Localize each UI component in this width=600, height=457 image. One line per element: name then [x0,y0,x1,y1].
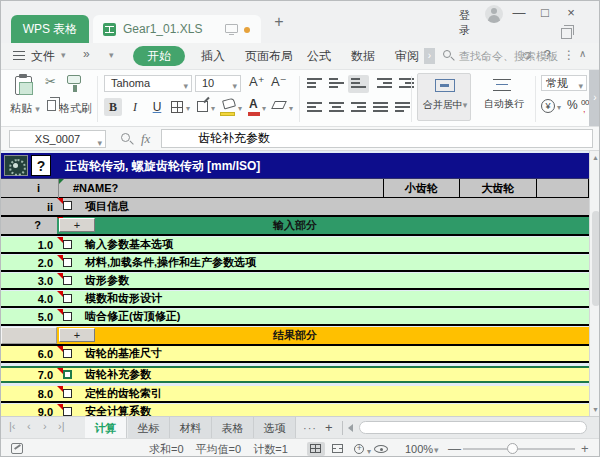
previous-sheet-button[interactable]: ‹ [27,420,31,432]
cut-icon[interactable]: ✂ [45,74,56,89]
input-row-2[interactable]: 2.0 材料,加载条件,操作和生产参数选项 [1,255,589,272]
font-color-icon[interactable]: A [249,97,258,111]
page-break-view-icon[interactable] [329,442,347,456]
underline-button[interactable]: U [148,98,166,116]
ribbon-tabs-scroll-button[interactable]: › [424,48,435,64]
document-restore-icon[interactable] [561,28,572,39]
input-row-1[interactable]: 1.0 输入参数基本选项 [1,237,589,254]
menu-file[interactable]: 文件 [31,48,55,65]
result-row-9[interactable]: 9.0 安全计算系数 [1,404,589,416]
input-row-3[interactable]: 3.0 齿形参数 [1,273,589,290]
chevron-down-icon[interactable]: ▾ [61,50,66,60]
fill-color-icon[interactable] [222,98,236,110]
font-size-select[interactable]: 10▾ [195,75,241,92]
first-sheet-button[interactable]: |‹ [9,420,16,432]
empty-header-cell[interactable] [537,179,589,198]
last-sheet-button[interactable]: ›| [58,420,65,432]
tab-insert[interactable]: 插入 [201,48,225,65]
align-left-icon[interactable] [307,102,322,114]
sheet-tabs-more-button[interactable]: ··· [303,417,317,439]
chevron-down-icon[interactable]: ▾ [238,104,242,113]
user-avatar[interactable] [485,5,503,23]
more-options-icon[interactable]: ⋮ [563,48,575,62]
sheet-help-button[interactable]: ? [31,155,51,176]
close-button[interactable]: × [561,4,581,22]
zoom-slider-track[interactable] [463,448,575,450]
justify-icon[interactable] [373,102,388,114]
add-sheet-button[interactable]: + [325,417,333,439]
pinion-column-header[interactable]: 小齿轮 [384,179,460,198]
name-error-cell[interactable]: #NAME? [59,179,384,198]
scroll-up-icon[interactable]: ▲ [590,154,600,161]
italic-button[interactable]: I [126,98,144,116]
sheet-tab-materials[interactable]: 材料 [170,417,212,439]
new-document-tab-button[interactable]: + [269,12,289,32]
insert-function-icon[interactable] [121,133,130,142]
currency-format-icon[interactable]: ¥ [541,99,555,113]
wrap-text-button[interactable]: 自动换行 [477,73,531,121]
align-top-icon[interactable] [307,78,322,90]
decrease-indent-icon[interactable] [377,78,392,90]
scrollbar-thumb[interactable] [592,211,600,306]
align-right-icon[interactable] [351,102,366,114]
name-box[interactable]: XS_0007▾ [9,130,106,148]
ribbon-scroll-button[interactable]: › [589,70,600,126]
chevron-down-icon[interactable]: ▾ [367,447,371,456]
result-row-6[interactable]: 6.0 齿轮的基准尺寸 [1,346,589,363]
bold-button[interactable]: B [104,98,122,116]
tab-home[interactable]: 开始 [133,46,185,66]
zoom-in-button[interactable]: + [581,439,589,457]
paste-button[interactable]: 粘贴 ▾ [5,101,45,116]
copy-icon[interactable] [47,100,56,111]
result-row-8[interactable]: 8.0 定性的齿轮索引 [1,386,589,403]
chevron-down-icon[interactable]: ▾ [289,104,293,113]
zoom-out-button[interactable]: — [448,439,461,457]
paste-icon[interactable] [15,76,32,95]
sheet-tab-options[interactable]: 选项 [254,417,296,439]
zoom-slider-knob[interactable] [507,443,518,454]
format-painter-button[interactable]: 格式刷 [59,101,92,116]
help-icon[interactable]: ? [544,48,551,62]
chevron-down-icon[interactable]: ▾ [557,103,561,112]
quick-access-more-icon[interactable]: » [83,47,90,61]
app-home-tab[interactable]: WPS 表格 [11,15,89,43]
tab-formulas[interactable]: 公式 [307,48,331,65]
row-checkbox[interactable] [63,294,72,303]
zoom-level-value[interactable]: 100% [405,439,433,457]
distributed-icon[interactable] [395,102,410,114]
feedback-icon[interactable]: ☺ [521,48,533,62]
document-tab[interactable]: Gear1_01.XLS [93,15,261,43]
reading-view-icon[interactable] [373,442,391,456]
vertical-scrollbar[interactable]: ▲ ▼ [589,151,600,416]
row-checkbox[interactable] [63,276,72,285]
chevron-down-icon[interactable]: ▾ [211,104,215,113]
input-row-5[interactable]: 5.0 啮合修正(齿顶修正) [1,309,589,326]
expand-section-button[interactable]: + [59,218,95,232]
merge-center-button[interactable]: 合并居中▾ [417,73,471,121]
sheet-tab-tables[interactable]: 表格 [212,417,254,439]
borders-icon[interactable] [171,101,183,113]
hscroll-left-icon[interactable] [348,424,353,432]
number-format-select[interactable]: 常规▾ [541,75,587,91]
draw-border-icon[interactable] [197,101,208,112]
row-checkbox[interactable] [63,407,72,416]
decrease-font-button[interactable]: A⁻ [271,74,287,89]
gear-column-header[interactable]: 大齿轮 [460,179,537,198]
login-button[interactable]: 登录 [459,8,470,38]
next-sheet-button[interactable]: › [43,420,47,432]
maximize-button[interactable]: □ [535,4,555,22]
tab-review[interactable]: 审阅 [395,48,419,65]
sheet-tab-calc[interactable]: 计算 [85,417,127,439]
font-name-select[interactable]: Tahoma▾ [104,75,192,92]
selection-mode-icon[interactable] [11,443,23,454]
chevron-down-icon[interactable]: ▾ [109,50,114,60]
row-checkbox[interactable] [63,312,72,321]
formula-input[interactable]: 齿轮补充参数 [161,129,593,148]
normal-view-icon[interactable] [307,442,325,456]
tab-page-layout[interactable]: 页面布局 [245,48,293,65]
result-row-7-selected[interactable]: 7.0 齿轮补充参数 [1,366,589,383]
tab-data[interactable]: 数据 [351,48,375,65]
row-checkbox[interactable] [63,258,72,267]
chevron-down-icon[interactable]: ▾ [434,445,439,455]
project-info-row[interactable]: ii 项目信息 [1,198,589,217]
